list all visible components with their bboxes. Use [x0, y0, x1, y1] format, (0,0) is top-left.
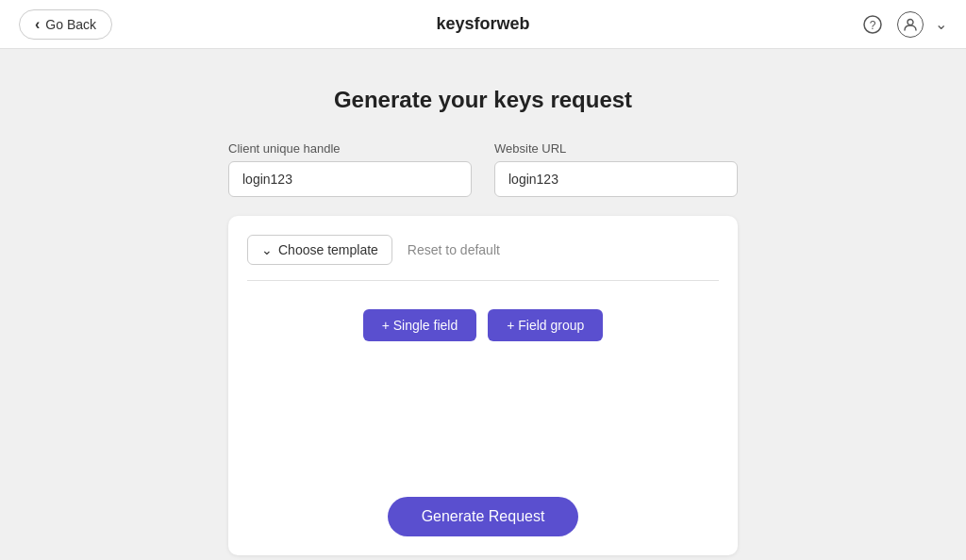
form-fields-row: Client unique handle Website URL	[228, 141, 738, 197]
go-back-label: Go Back	[45, 17, 96, 32]
svg-text:?: ?	[870, 19, 876, 32]
chevron-down-icon: ⌄	[261, 242, 273, 257]
card-toolbar: ⌄ Choose template Reset to default	[247, 235, 719, 281]
generate-request-label: Generate Request	[422, 508, 545, 524]
choose-template-button[interactable]: ⌄ Choose template	[247, 235, 392, 265]
field-group-label: + Field group	[507, 318, 584, 333]
header: ‹ Go Back keysforweb ? ⌄	[0, 0, 966, 49]
website-url-label: Website URL	[494, 141, 738, 156]
single-field-button[interactable]: + Single field	[363, 309, 477, 341]
main-content: Generate your keys request Client unique…	[0, 49, 966, 560]
client-handle-label: Client unique handle	[228, 141, 472, 156]
svg-point-2	[908, 19, 913, 25]
header-right: ? ⌄	[859, 11, 947, 38]
header-chevron-icon[interactable]: ⌄	[935, 15, 947, 33]
single-field-label: + Single field	[382, 318, 458, 333]
field-group-button[interactable]: + Field group	[488, 309, 603, 341]
generate-request-button[interactable]: Generate Request	[388, 497, 579, 536]
client-handle-input[interactable]	[228, 161, 472, 197]
chevron-left-icon: ‹	[35, 16, 40, 33]
reset-to-default-button[interactable]: Reset to default	[408, 239, 500, 261]
website-url-group: Website URL	[494, 141, 738, 197]
header-left: ‹ Go Back	[19, 9, 112, 40]
page-title: Generate your keys request	[334, 87, 632, 113]
go-back-button[interactable]: ‹ Go Back	[19, 9, 112, 40]
card-body: + Single field + Field group Generate Re…	[247, 300, 719, 536]
generate-btn-wrapper: Generate Request	[247, 459, 719, 536]
field-action-buttons: + Single field + Field group	[363, 309, 604, 341]
main-card: ⌄ Choose template Reset to default + Sin…	[228, 216, 738, 555]
user-icon[interactable]	[897, 11, 924, 38]
app-title: keysforweb	[436, 14, 529, 34]
website-url-input[interactable]	[494, 161, 738, 197]
choose-template-label: Choose template	[278, 242, 378, 257]
client-handle-group: Client unique handle	[228, 141, 472, 197]
help-icon[interactable]: ?	[859, 11, 886, 38]
reset-label: Reset to default	[408, 242, 500, 257]
